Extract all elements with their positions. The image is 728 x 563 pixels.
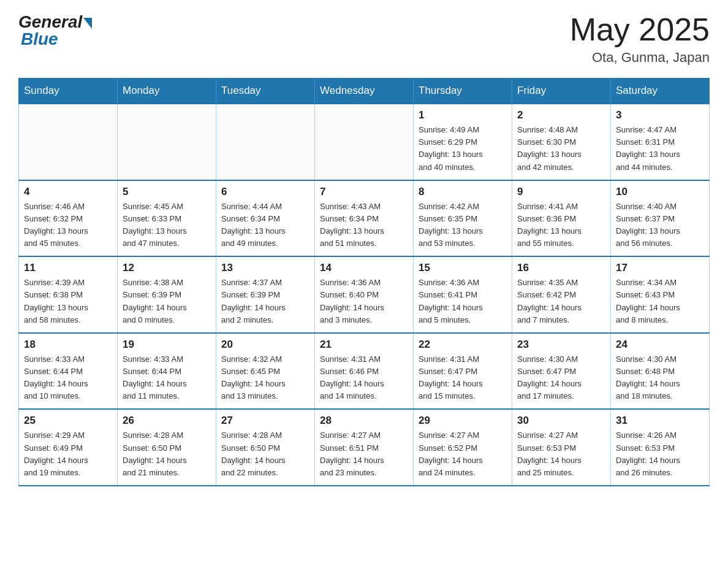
day-number: 30	[517, 415, 605, 427]
day-number: 3	[616, 109, 704, 121]
calendar-day-cell: 6Sunrise: 4:44 AMSunset: 6:34 PMDaylight…	[216, 180, 315, 257]
weekday-header-tuesday: Tuesday	[216, 79, 315, 104]
day-number: 14	[320, 262, 408, 274]
calendar-week-row: 18Sunrise: 4:33 AMSunset: 6:44 PMDayligh…	[19, 333, 710, 410]
day-info: Sunrise: 4:33 AMSunset: 6:44 PMDaylight:…	[123, 353, 211, 403]
calendar-day-cell: 27Sunrise: 4:28 AMSunset: 6:50 PMDayligh…	[216, 409, 315, 486]
calendar-day-cell: 29Sunrise: 4:27 AMSunset: 6:52 PMDayligh…	[414, 409, 512, 486]
day-info: Sunrise: 4:37 AMSunset: 6:39 PMDaylight:…	[221, 277, 309, 326]
day-number: 2	[517, 109, 605, 121]
calendar-week-row: 4Sunrise: 4:46 AMSunset: 6:32 PMDaylight…	[19, 180, 710, 257]
day-info: Sunrise: 4:27 AMSunset: 6:53 PMDaylight:…	[517, 429, 605, 479]
day-number: 26	[123, 415, 211, 427]
calendar-day-cell: 7Sunrise: 4:43 AMSunset: 6:34 PMDaylight…	[315, 180, 414, 257]
calendar-day-cell: 11Sunrise: 4:39 AMSunset: 6:38 PMDayligh…	[19, 256, 118, 333]
day-number: 9	[517, 186, 605, 198]
day-number: 22	[419, 339, 507, 351]
weekday-header-saturday: Saturday	[611, 79, 710, 104]
day-info: Sunrise: 4:27 AMSunset: 6:52 PMDaylight:…	[419, 429, 507, 479]
day-info: Sunrise: 4:45 AMSunset: 6:33 PMDaylight:…	[123, 201, 211, 250]
day-info: Sunrise: 4:47 AMSunset: 6:31 PMDaylight:…	[616, 124, 704, 174]
day-number: 4	[24, 186, 112, 198]
day-number: 12	[123, 262, 211, 274]
calendar-day-cell: 1Sunrise: 4:49 AMSunset: 6:29 PMDaylight…	[414, 104, 512, 180]
day-info: Sunrise: 4:43 AMSunset: 6:34 PMDaylight:…	[320, 201, 408, 250]
day-number: 15	[419, 262, 507, 274]
day-info: Sunrise: 4:27 AMSunset: 6:51 PMDaylight:…	[320, 429, 408, 479]
day-info: Sunrise: 4:33 AMSunset: 6:44 PMDaylight:…	[24, 353, 112, 403]
day-info: Sunrise: 4:48 AMSunset: 6:30 PMDaylight:…	[517, 124, 605, 174]
calendar-day-cell: 8Sunrise: 4:42 AMSunset: 6:35 PMDaylight…	[414, 180, 512, 257]
day-number: 20	[221, 339, 309, 351]
day-info: Sunrise: 4:40 AMSunset: 6:37 PMDaylight:…	[616, 201, 704, 250]
calendar-day-cell: 12Sunrise: 4:38 AMSunset: 6:39 PMDayligh…	[118, 256, 216, 333]
weekday-header-monday: Monday	[118, 79, 216, 104]
day-info: Sunrise: 4:36 AMSunset: 6:40 PMDaylight:…	[320, 277, 408, 326]
day-info: Sunrise: 4:29 AMSunset: 6:49 PMDaylight:…	[24, 429, 112, 479]
day-info: Sunrise: 4:31 AMSunset: 6:47 PMDaylight:…	[419, 353, 507, 403]
calendar-day-cell: 28Sunrise: 4:27 AMSunset: 6:51 PMDayligh…	[315, 409, 414, 486]
day-info: Sunrise: 4:42 AMSunset: 6:35 PMDaylight:…	[419, 201, 507, 250]
calendar-week-row: 1Sunrise: 4:49 AMSunset: 6:29 PMDaylight…	[19, 104, 710, 180]
calendar-week-row: 25Sunrise: 4:29 AMSunset: 6:49 PMDayligh…	[19, 409, 710, 486]
day-info: Sunrise: 4:34 AMSunset: 6:43 PMDaylight:…	[616, 277, 704, 326]
calendar-day-cell: 24Sunrise: 4:30 AMSunset: 6:48 PMDayligh…	[611, 333, 710, 410]
day-number: 1	[419, 109, 507, 121]
day-info: Sunrise: 4:41 AMSunset: 6:36 PMDaylight:…	[517, 201, 605, 250]
day-info: Sunrise: 4:30 AMSunset: 6:47 PMDaylight:…	[517, 353, 605, 403]
day-info: Sunrise: 4:46 AMSunset: 6:32 PMDaylight:…	[24, 201, 112, 250]
weekday-header-friday: Friday	[512, 79, 611, 104]
day-info: Sunrise: 4:32 AMSunset: 6:45 PMDaylight:…	[221, 353, 309, 403]
calendar-table: SundayMondayTuesdayWednesdayThursdayFrid…	[18, 78, 710, 486]
day-number: 18	[24, 339, 112, 351]
location-subtitle: Ota, Gunma, Japan	[570, 50, 710, 66]
day-number: 23	[517, 339, 605, 351]
day-number: 21	[320, 339, 408, 351]
calendar-day-cell: 9Sunrise: 4:41 AMSunset: 6:36 PMDaylight…	[512, 180, 611, 257]
calendar-day-cell	[118, 104, 216, 180]
calendar-day-cell: 5Sunrise: 4:45 AMSunset: 6:33 PMDaylight…	[118, 180, 216, 257]
day-info: Sunrise: 4:39 AMSunset: 6:38 PMDaylight:…	[24, 277, 112, 326]
day-info: Sunrise: 4:36 AMSunset: 6:41 PMDaylight:…	[419, 277, 507, 326]
day-number: 25	[24, 415, 112, 427]
calendar-day-cell: 25Sunrise: 4:29 AMSunset: 6:49 PMDayligh…	[19, 409, 118, 486]
day-number: 31	[616, 415, 704, 427]
calendar-day-cell: 22Sunrise: 4:31 AMSunset: 6:47 PMDayligh…	[414, 333, 512, 410]
day-info: Sunrise: 4:31 AMSunset: 6:46 PMDaylight:…	[320, 353, 408, 403]
month-year-title: May 2025	[570, 12, 710, 47]
day-number: 19	[123, 339, 211, 351]
calendar-day-cell: 3Sunrise: 4:47 AMSunset: 6:31 PMDaylight…	[611, 104, 710, 180]
day-number: 8	[419, 186, 507, 198]
calendar-day-cell: 2Sunrise: 4:48 AMSunset: 6:30 PMDaylight…	[512, 104, 611, 180]
day-info: Sunrise: 4:30 AMSunset: 6:48 PMDaylight:…	[616, 353, 704, 403]
calendar-day-cell: 17Sunrise: 4:34 AMSunset: 6:43 PMDayligh…	[611, 256, 710, 333]
day-info: Sunrise: 4:28 AMSunset: 6:50 PMDaylight:…	[221, 429, 309, 479]
calendar-day-cell: 18Sunrise: 4:33 AMSunset: 6:44 PMDayligh…	[19, 333, 118, 410]
calendar-day-cell: 31Sunrise: 4:26 AMSunset: 6:53 PMDayligh…	[611, 409, 710, 486]
logo-blue-text: Blue	[18, 29, 58, 49]
weekday-header-wednesday: Wednesday	[315, 79, 414, 104]
day-info: Sunrise: 4:26 AMSunset: 6:53 PMDaylight:…	[616, 429, 704, 479]
day-number: 28	[320, 415, 408, 427]
calendar-day-cell: 10Sunrise: 4:40 AMSunset: 6:37 PMDayligh…	[611, 180, 710, 257]
day-info: Sunrise: 4:38 AMSunset: 6:39 PMDaylight:…	[123, 277, 211, 326]
day-number: 10	[616, 186, 704, 198]
calendar-header-row: SundayMondayTuesdayWednesdayThursdayFrid…	[19, 79, 710, 104]
calendar-day-cell: 23Sunrise: 4:30 AMSunset: 6:47 PMDayligh…	[512, 333, 611, 410]
day-info: Sunrise: 4:44 AMSunset: 6:34 PMDaylight:…	[221, 201, 309, 250]
day-number: 27	[221, 415, 309, 427]
day-number: 11	[24, 262, 112, 274]
day-info: Sunrise: 4:28 AMSunset: 6:50 PMDaylight:…	[123, 429, 211, 479]
day-number: 17	[616, 262, 704, 274]
title-block: May 2025 Ota, Gunma, Japan	[570, 12, 710, 66]
calendar-day-cell	[19, 104, 118, 180]
calendar-day-cell: 20Sunrise: 4:32 AMSunset: 6:45 PMDayligh…	[216, 333, 315, 410]
logo: General Blue	[18, 12, 92, 49]
day-number: 13	[221, 262, 309, 274]
day-info: Sunrise: 4:35 AMSunset: 6:42 PMDaylight:…	[517, 277, 605, 326]
day-number: 16	[517, 262, 605, 274]
calendar-day-cell: 19Sunrise: 4:33 AMSunset: 6:44 PMDayligh…	[118, 333, 216, 410]
calendar-day-cell: 16Sunrise: 4:35 AMSunset: 6:42 PMDayligh…	[512, 256, 611, 333]
calendar-day-cell: 30Sunrise: 4:27 AMSunset: 6:53 PMDayligh…	[512, 409, 611, 486]
day-number: 29	[419, 415, 507, 427]
